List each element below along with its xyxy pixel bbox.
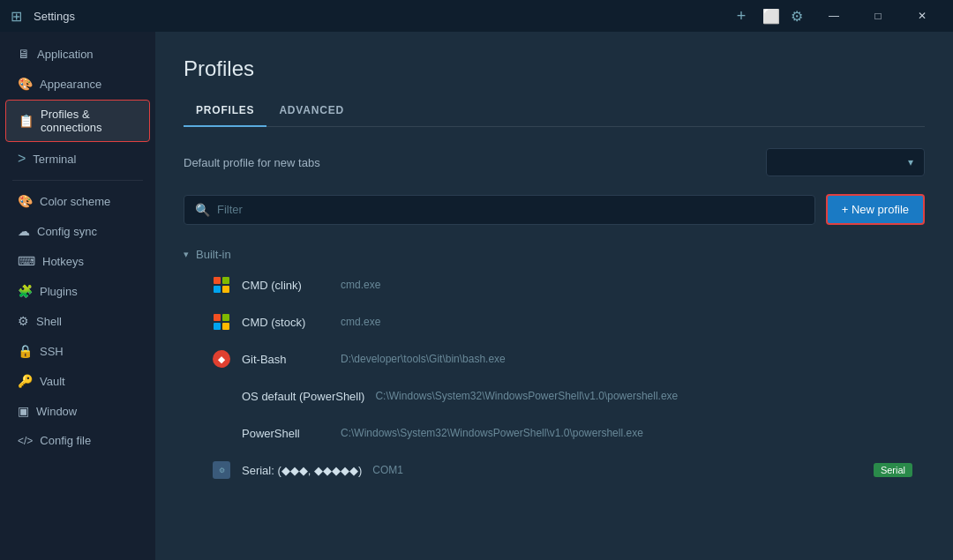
os-default-icon [212, 386, 231, 406]
sidebar-item-appearance[interactable]: 🎨 Appearance [5, 70, 150, 98]
ssh-icon: 🔒 [18, 344, 33, 358]
plugins-icon: 🧩 [18, 284, 33, 298]
application-icon: 🖥 [18, 47, 30, 61]
profile-name: Serial: (◆◆◆, ◆◆◆◆◆) [242, 464, 362, 477]
profile-group-header[interactable]: ▾ Built-in [184, 243, 925, 266]
config-sync-icon: ☁ [18, 224, 30, 238]
tab-bar: PROFILES ADVANCED [184, 97, 925, 127]
titlebar-title: Settings [34, 10, 729, 23]
list-item[interactable]: CMD (clink) cmd.exe [184, 266, 925, 303]
content-area: Profiles PROFILES ADVANCED Default profi… [155, 32, 953, 560]
sidebar-item-window[interactable]: ▣ Window [5, 397, 150, 425]
list-item[interactable]: ◆ Git-Bash D:\developer\tools\Git\bin\ba… [184, 340, 925, 377]
vault-icon: 🔑 [18, 374, 33, 388]
profile-path: D:\developer\tools\Git\bin\bash.exe [341, 353, 506, 365]
powershell-icon [212, 423, 231, 443]
search-input[interactable] [217, 203, 804, 216]
profile-name: CMD (stock) [242, 316, 330, 329]
profile-name: CMD (clink) [242, 279, 330, 292]
sidebar-item-label: Plugins [40, 285, 78, 298]
sidebar-item-label: Appearance [40, 78, 101, 91]
hotkeys-icon: ⌨ [18, 254, 35, 268]
settings-gear-icon[interactable]: ⚙ [784, 3, 810, 29]
search-row: 🔍 + New profile [184, 194, 925, 225]
profile-path: cmd.exe [341, 316, 380, 328]
profiles-icon: 📋 [19, 114, 34, 128]
list-item[interactable]: ⚙ Serial: (◆◆◆, ◆◆◆◆◆) COM1 Serial [184, 452, 925, 489]
group-chevron-icon: ▾ [184, 249, 189, 260]
serial-icon: ⚙ [212, 460, 231, 480]
sidebar-item-profiles[interactable]: 📋 Profiles & connections [5, 100, 150, 142]
default-profile-label: Default profile for new tabs [184, 156, 320, 169]
profile-path: C:\Windows\System32\WindowsPowerShell\v1… [375, 390, 678, 402]
app-icon: ⊞ [11, 8, 26, 24]
new-tab-button[interactable]: + [729, 4, 754, 28]
sidebar-item-color-scheme[interactable]: 🎨 Color scheme [5, 187, 150, 215]
sidebar-item-plugins[interactable]: 🧩 Plugins [5, 277, 150, 305]
profile-path: COM1 [372, 464, 403, 476]
sidebar-item-label: Terminal [33, 153, 76, 166]
window-controls: ⚙ — □ ✕ [784, 3, 942, 29]
profile-name: OS default (PowerShell) [242, 390, 364, 403]
git-bash-icon: ◆ [212, 349, 231, 369]
profile-path: C:\Windows\System32\WindowsPowerShell\v1… [341, 427, 643, 439]
main-layout: 🖥 Application 🎨 Appearance 📋 Profiles & … [0, 32, 953, 560]
sidebar-item-hotkeys[interactable]: ⌨ Hotkeys [5, 247, 150, 275]
page-title: Profiles [184, 56, 925, 81]
cmd-clink-icon [212, 275, 231, 295]
new-profile-button[interactable]: + New profile [826, 194, 925, 225]
sidebar-item-label: Hotkeys [42, 255, 84, 268]
sidebar-item-label: Application [37, 48, 94, 61]
default-profile-row: Default profile for new tabs ▾ [184, 148, 925, 176]
search-box[interactable]: 🔍 [184, 195, 815, 225]
sidebar-item-vault[interactable]: 🔑 Vault [5, 367, 150, 395]
sidebar-item-label: Profiles & connections [41, 108, 137, 134]
sidebar-item-ssh[interactable]: 🔒 SSH [5, 337, 150, 365]
sidebar-item-label: Config sync [37, 225, 97, 238]
profile-group-label: Built-in [196, 248, 231, 261]
sidebar-item-application[interactable]: 🖥 Application [5, 40, 150, 68]
search-icon: 🔍 [195, 203, 210, 217]
list-item[interactable]: CMD (stock) cmd.exe [184, 303, 925, 340]
sidebar-item-label: Shell [36, 315, 62, 328]
list-item[interactable]: PowerShell C:\Windows\System32\WindowsPo… [184, 414, 925, 452]
sidebar-divider [12, 180, 143, 181]
titlebar: ⊞ Settings + ⬜ ⚙ — □ ✕ [0, 0, 953, 32]
profile-name: Git-Bash [242, 353, 330, 366]
sidebar-item-shell[interactable]: ⚙ Shell [5, 307, 150, 335]
sidebar-item-config-sync[interactable]: ☁ Config sync [5, 217, 150, 245]
cmd-stock-icon [212, 312, 231, 332]
terminal-icon: > [18, 151, 26, 167]
shell-icon: ⚙ [18, 314, 29, 328]
color-scheme-icon: 🎨 [18, 194, 33, 208]
sidebar-item-label: Vault [40, 375, 65, 388]
sidebar: 🖥 Application 🎨 Appearance 📋 Profiles & … [0, 32, 155, 560]
list-item[interactable]: OS default (PowerShell) C:\Windows\Syste… [184, 377, 925, 414]
profile-name: PowerShell [242, 427, 330, 440]
serial-badge: Serial [874, 463, 912, 477]
sidebar-item-terminal[interactable]: > Terminal [5, 144, 150, 174]
config-file-icon: </> [18, 435, 33, 447]
dropdown-chevron-icon: ▾ [908, 156, 913, 168]
default-profile-dropdown[interactable]: ▾ [766, 148, 925, 176]
close-button[interactable]: ✕ [902, 3, 942, 29]
profile-path: cmd.exe [341, 279, 380, 291]
sidebar-item-config-file[interactable]: </> Config file [5, 427, 150, 454]
maximize-button[interactable]: □ [858, 3, 898, 29]
sidebar-item-label: Config file [40, 434, 91, 447]
tab-advanced[interactable]: ADVANCED [266, 97, 356, 127]
tab-profiles[interactable]: PROFILES [184, 97, 266, 127]
profile-group-builtin: ▾ Built-in CMD (clink) cmd.exe CMD (stoc… [184, 243, 925, 489]
sidebar-item-label: SSH [40, 345, 64, 358]
appearance-icon: 🎨 [18, 77, 33, 91]
minimize-button[interactable]: — [814, 3, 854, 29]
tab-restore-button[interactable]: ⬜ [759, 4, 784, 28]
sidebar-item-label: Color scheme [40, 195, 110, 208]
sidebar-item-label: Window [36, 405, 77, 418]
window-icon: ▣ [18, 404, 29, 418]
